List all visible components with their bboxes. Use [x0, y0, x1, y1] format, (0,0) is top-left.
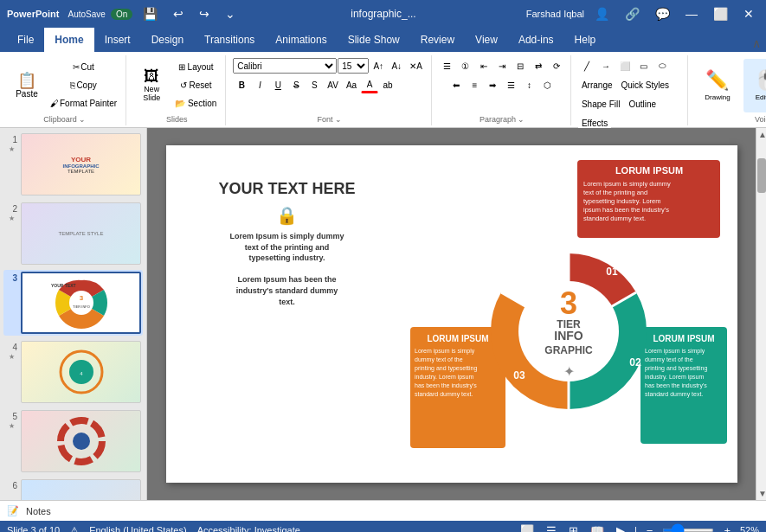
canvas-area[interactable]: YOUR TEXT HERE 🔒 Lorem Ipsum is simply d…	[147, 128, 756, 500]
bullets-button[interactable]: ☰	[439, 57, 456, 74]
shape-arrow[interactable]: →	[597, 57, 615, 74]
section-button[interactable]: 📂 Section	[171, 95, 220, 112]
shape-fill-button[interactable]: Shape Fill	[578, 95, 623, 112]
reset-button[interactable]: ↺ Reset	[171, 77, 220, 94]
tab-slideshow[interactable]: Slide Show	[338, 28, 410, 52]
convert-button[interactable]: ⟳	[548, 57, 565, 74]
quick-access-button[interactable]: ⌄	[220, 5, 241, 22]
shape-oval[interactable]: ⬭	[654, 57, 672, 74]
slide-sorter-button[interactable]: ⊞	[566, 522, 581, 533]
justify-button[interactable]: ☰	[502, 76, 519, 93]
drawing-mode-button[interactable]: ✏️ Drawing	[695, 59, 740, 112]
decrease-font-button[interactable]: A↓	[388, 57, 405, 74]
slide-thumb-1[interactable]: 1 ★ YOUR INFOGRAPHIC TEMPLATE	[3, 131, 143, 197]
smart-art-button[interactable]: ⬡	[538, 76, 556, 93]
arrange-button[interactable]: Arrange	[578, 76, 616, 93]
font-color-button[interactable]: A	[361, 76, 378, 93]
decrease-indent-button[interactable]: ⇤	[475, 57, 492, 74]
bold-button[interactable]: B	[233, 76, 250, 93]
shadow-button[interactable]: S	[306, 76, 323, 93]
outline-view-button[interactable]: ☰	[544, 522, 559, 533]
slide-thumb-6[interactable]: 6 Slide 6	[3, 478, 143, 500]
slide-image-4[interactable]: 4	[21, 341, 141, 403]
slide-image-6[interactable]: Slide 6	[21, 479, 141, 500]
clipboard-expand-icon[interactable]: ⌄	[79, 115, 86, 124]
zoom-slider[interactable]	[662, 529, 714, 532]
tab-design[interactable]: Design	[141, 28, 194, 52]
scroll-up-arrow[interactable]: ▲	[756, 128, 766, 141]
tab-insert[interactable]: Insert	[94, 28, 141, 52]
new-slide-button[interactable]: 🖼 NewSlide	[133, 59, 170, 112]
tab-animations[interactable]: Animations	[265, 28, 337, 52]
quick-styles-button[interactable]: Quick Styles	[618, 76, 673, 93]
slide-image-5[interactable]	[21, 410, 141, 472]
format-painter-button[interactable]: 🖌 Format Painter	[47, 95, 120, 112]
slide-panel[interactable]: 1 ★ YOUR INFOGRAPHIC TEMPLATE 2 ★	[0, 128, 147, 500]
autosave-toggle[interactable]: On	[111, 9, 132, 20]
para-expand-icon[interactable]: ⌄	[518, 115, 525, 124]
scroll-down-arrow[interactable]: ▼	[756, 487, 766, 500]
comment-button[interactable]: 💬	[650, 5, 675, 22]
notes-bar[interactable]: 📝 Notes	[0, 500, 766, 521]
slide-image-1[interactable]: YOUR INFOGRAPHIC TEMPLATE	[21, 133, 141, 195]
share-button[interactable]: 🔗	[620, 5, 645, 22]
slideshow-button[interactable]: ▶	[614, 522, 628, 533]
strikethrough-button[interactable]: S	[287, 76, 305, 93]
slide-image-2[interactable]: TEMPLATE STYLE	[21, 202, 141, 265]
cut-button[interactable]: ✂ Cut	[47, 59, 120, 76]
undo-button[interactable]: ↩	[168, 5, 189, 22]
tab-review[interactable]: Review	[410, 28, 465, 52]
minimize-button[interactable]: —	[680, 5, 703, 22]
align-center-button[interactable]: ≡	[466, 76, 483, 93]
normal-view-button[interactable]: ⬜	[518, 522, 537, 533]
shape-line[interactable]: ╱	[578, 57, 595, 74]
scroll-thumb[interactable]	[757, 158, 766, 193]
direction-button[interactable]: ⇄	[530, 57, 547, 74]
tab-file[interactable]: File	[7, 28, 44, 52]
line-spacing-button[interactable]: ↕	[520, 76, 537, 93]
collapse-ribbon-button[interactable]: ∧	[747, 35, 766, 52]
underline-button[interactable]: U	[269, 76, 286, 93]
clear-format-button[interactable]: ✕A	[406, 57, 426, 74]
close-button[interactable]: ✕	[738, 5, 759, 22]
slide-thumb-3[interactable]: 3 3 TIER INFO YOUR TEXT	[3, 270, 143, 336]
increase-indent-button[interactable]: ⇥	[493, 57, 511, 74]
zoom-out-button[interactable]: −	[644, 522, 656, 533]
paste-button[interactable]: 📋 Paste	[9, 59, 45, 112]
numbering-button[interactable]: ①	[457, 57, 474, 74]
reading-view-button[interactable]: 📖	[588, 522, 607, 533]
user-avatar[interactable]: 👤	[589, 5, 615, 22]
slide-thumb-2[interactable]: 2 ★ TEMPLATE STYLE	[3, 201, 143, 266]
maximize-button[interactable]: ⬜	[708, 5, 733, 22]
tab-addins[interactable]: Add-ins	[508, 28, 564, 52]
font-size-select[interactable]: 15	[338, 58, 369, 74]
highlight-button[interactable]: ab	[379, 76, 396, 93]
zoom-in-button[interactable]: +	[721, 522, 733, 533]
case-button[interactable]: Aa	[343, 76, 360, 93]
shape-outline-button[interactable]: Outline	[625, 95, 660, 112]
vertical-scrollbar[interactable]: ▲ ▼	[756, 128, 766, 500]
tab-help[interactable]: Help	[564, 28, 607, 52]
italic-button[interactable]: I	[251, 76, 268, 93]
tab-transitions[interactable]: Transitions	[194, 28, 265, 52]
font-name-select[interactable]: Calibri	[233, 58, 337, 74]
font-spacing-button[interactable]: AV	[324, 76, 342, 93]
columns-button[interactable]: ⊟	[512, 57, 529, 74]
align-right-button[interactable]: ➡	[484, 76, 501, 93]
slide-image-3[interactable]: 3 TIER INFO YOUR TEXT	[21, 272, 141, 334]
quick-save-button[interactable]: 💾	[138, 5, 163, 22]
slide-thumb-5[interactable]: 5 ★	[3, 408, 143, 474]
increase-font-button[interactable]: A↑	[370, 57, 387, 74]
align-left-button[interactable]: ⬅	[447, 76, 465, 93]
shape-rect[interactable]: ⬜	[616, 57, 634, 74]
font-expand-icon[interactable]: ⌄	[335, 115, 342, 124]
redo-button[interactable]: ↪	[194, 5, 215, 22]
tab-home[interactable]: Home	[44, 28, 93, 52]
copy-button[interactable]: ⎘ Copy	[47, 77, 120, 94]
slide-canvas[interactable]: YOUR TEXT HERE 🔒 Lorem Ipsum is simply d…	[166, 145, 737, 483]
tab-view[interactable]: View	[465, 28, 508, 52]
shape-round-rect[interactable]: ▭	[635, 57, 653, 74]
layout-button[interactable]: ⊞ Layout	[171, 59, 220, 76]
slide-thumb-4[interactable]: 4 ★ 4	[3, 339, 143, 405]
editing-button[interactable]: 🖱️ Editing	[743, 59, 766, 112]
